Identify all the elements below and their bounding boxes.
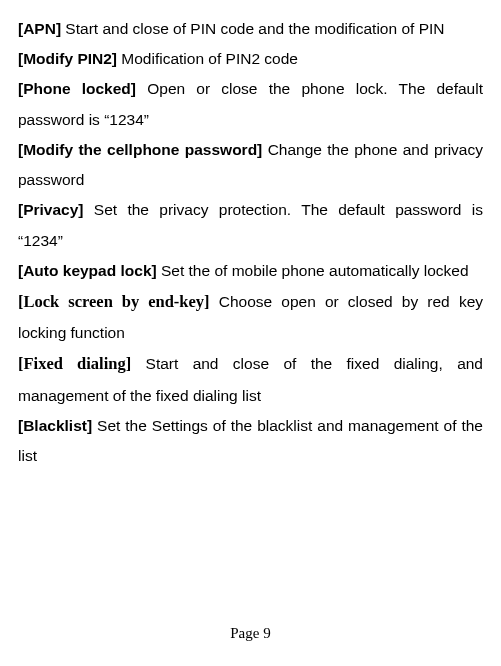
- entry-label: [Auto keypad lock]: [18, 262, 157, 279]
- entry-paragraph: [Privacy] Set the privacy protection. Th…: [18, 195, 483, 255]
- entry-label: [Privacy]: [18, 201, 83, 218]
- entry-label: [Phone locked]: [18, 80, 136, 97]
- entry-label: [APN]: [18, 20, 61, 37]
- entry-paragraph: [Phone locked] Open or close the phone l…: [18, 74, 483, 134]
- entry-description: Modification of PIN2 code: [117, 50, 298, 67]
- entry-label: [Modify the cellphone password]: [18, 141, 262, 158]
- entry-label: [Modify PIN2]: [18, 50, 117, 67]
- entry-paragraph: [Fixed dialing] Start and close of the f…: [18, 348, 483, 410]
- entry-label: [Fixed dialing]: [18, 354, 131, 373]
- entry-description: Set the of mobile phone automatically lo…: [157, 262, 469, 279]
- document-body: [APN] Start and close of PIN code and th…: [18, 14, 483, 471]
- entry-label: [Blacklist]: [18, 417, 92, 434]
- entry-description: Set the privacy protection. The default …: [18, 201, 483, 248]
- entry-paragraph: [Blacklist] Set the Settings of the blac…: [18, 411, 483, 471]
- entry-paragraph: [Modify the cellphone password] Change t…: [18, 135, 483, 195]
- entry-paragraph: [Lock screen by end-key] Choose open or …: [18, 286, 483, 348]
- entry-paragraph: [Modify PIN2] Modification of PIN2 code: [18, 44, 483, 74]
- entry-paragraph: [Auto keypad lock] Set the of mobile pho…: [18, 256, 483, 286]
- entry-description: Start and close of PIN code and the modi…: [61, 20, 444, 37]
- entry-label: [Lock screen by end-key]: [18, 292, 210, 311]
- page-footer: Page 9: [0, 619, 501, 648]
- entry-paragraph: [APN] Start and close of PIN code and th…: [18, 14, 483, 44]
